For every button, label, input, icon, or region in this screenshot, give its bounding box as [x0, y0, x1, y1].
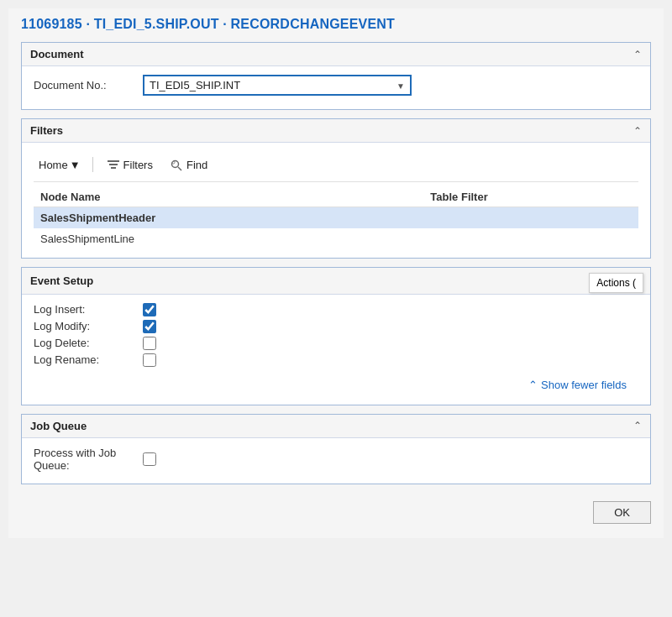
filters-table-head: Node Name Table Filter: [34, 187, 638, 207]
row-2-node-name: SalesShipmentLine: [34, 228, 423, 249]
actions-tooltip: Actions (: [589, 273, 643, 293]
document-no-value: TI_EDI5_SHIP.INT: [143, 75, 638, 96]
page-title: 11069185 · TI_EDI_5.SHIP.OUT · RECORDCHA…: [21, 17, 651, 32]
document-section: Document ⌃ Document No.: TI_EDI5_SHIP.IN…: [21, 42, 651, 110]
page-container: 11069185 · TI_EDI_5.SHIP.OUT · RECORDCHA…: [8, 8, 664, 538]
document-no-select[interactable]: TI_EDI5_SHIP.INT: [143, 75, 412, 96]
event-setup-header-right: ⌃ Actions (: [615, 273, 642, 289]
log-delete-label: Log Delete:: [34, 337, 143, 349]
svg-rect-1: [109, 164, 118, 165]
find-button[interactable]: Find: [163, 155, 214, 175]
filters-section: Filters ⌃ Home ▼: [21, 118, 651, 259]
job-queue-section-title: Job Queue: [30, 420, 87, 432]
home-dropdown-arrow: ▼: [70, 159, 81, 171]
filters-section-body: Home ▼ Filters: [22, 143, 650, 258]
filters-section-title: Filters: [30, 124, 63, 137]
col-table-filter: Table Filter: [423, 187, 638, 207]
log-rename-row: Log Rename:: [34, 353, 638, 367]
ok-button[interactable]: OK: [593, 501, 651, 524]
table-row[interactable]: SalesShipmentHeader: [34, 207, 638, 228]
filters-table-header-row: Node Name Table Filter: [34, 187, 638, 207]
log-insert-label: Log Insert:: [34, 303, 143, 316]
home-label: Home: [39, 159, 68, 171]
event-setup-section-title: Event Setup: [30, 275, 93, 287]
job-queue-collapse-icon: ⌃: [633, 420, 642, 431]
filters-button[interactable]: Filters: [100, 155, 160, 175]
event-setup-section-header[interactable]: Event Setup ⌃ Actions (: [22, 268, 650, 295]
document-no-row: Document No.: TI_EDI5_SHIP.INT: [34, 75, 638, 96]
document-section-header[interactable]: Document ⌃: [22, 43, 650, 66]
log-delete-row: Log Delete:: [34, 337, 638, 350]
find-icon: [170, 158, 183, 172]
process-with-job-queue-label: Process with Job Queue:: [34, 447, 143, 472]
filters-section-header[interactable]: Filters ⌃: [22, 119, 650, 143]
filters-collapse-icon: ⌃: [633, 125, 642, 137]
svg-point-4: [172, 161, 175, 164]
log-delete-checkbox[interactable]: [143, 337, 156, 350]
log-modify-checkbox[interactable]: [143, 320, 156, 333]
event-setup-section-body: Log Insert: Log Modify: Log Delete: Log …: [22, 295, 650, 405]
row-2-table-filter: [423, 228, 638, 249]
table-row[interactable]: SalesShipmentLine: [34, 228, 638, 249]
document-no-select-wrapper: TI_EDI5_SHIP.INT: [143, 75, 412, 96]
document-section-body: Document No.: TI_EDI5_SHIP.INT: [22, 66, 650, 109]
show-fewer-fields-link[interactable]: ⌃ Show fewer fields: [34, 370, 638, 396]
row-1-node-name: SalesShipmentHeader: [34, 207, 423, 228]
filters-label: Filters: [123, 159, 153, 171]
log-insert-row: Log Insert:: [34, 303, 638, 316]
filter-icon: [107, 158, 120, 172]
document-section-title: Document: [30, 48, 84, 60]
job-queue-section-body: Process with Job Queue:: [22, 438, 650, 484]
svg-line-5: [178, 167, 181, 170]
log-rename-checkbox[interactable]: [143, 353, 156, 367]
filters-toolbar: Home ▼ Filters: [34, 151, 638, 182]
show-fewer-chevron-icon: ⌃: [528, 379, 538, 391]
footer-bar: OK: [21, 493, 651, 525]
toolbar-separator-1: [92, 157, 93, 172]
event-setup-section: Event Setup ⌃ Actions ( Log Insert:: [21, 267, 651, 405]
process-with-job-queue-row: Process with Job Queue:: [34, 447, 638, 472]
svg-rect-0: [108, 160, 119, 162]
filters-table-body: SalesShipmentHeader SalesShipmentLine: [34, 207, 638, 249]
find-label: Find: [186, 159, 207, 171]
document-collapse-icon: ⌃: [633, 49, 642, 60]
svg-rect-2: [111, 167, 116, 169]
log-modify-row: Log Modify:: [34, 320, 638, 333]
process-with-job-queue-checkbox[interactable]: [143, 452, 156, 466]
actions-tooltip-text: Actions (: [596, 277, 636, 289]
job-queue-section-header[interactable]: Job Queue ⌃: [22, 415, 650, 438]
log-insert-checkbox[interactable]: [143, 303, 156, 316]
col-node-name: Node Name: [34, 187, 423, 207]
document-no-label: Document No.:: [34, 79, 143, 92]
show-fewer-label: Show fewer fields: [541, 379, 627, 391]
filters-table: Node Name Table Filter SalesShipmentHead…: [34, 187, 638, 249]
row-1-table-filter: [423, 207, 638, 228]
log-modify-label: Log Modify:: [34, 320, 143, 332]
home-dropdown-button[interactable]: Home ▼: [34, 156, 86, 174]
job-queue-section: Job Queue ⌃ Process with Job Queue:: [21, 414, 651, 484]
log-rename-label: Log Rename:: [34, 353, 143, 366]
